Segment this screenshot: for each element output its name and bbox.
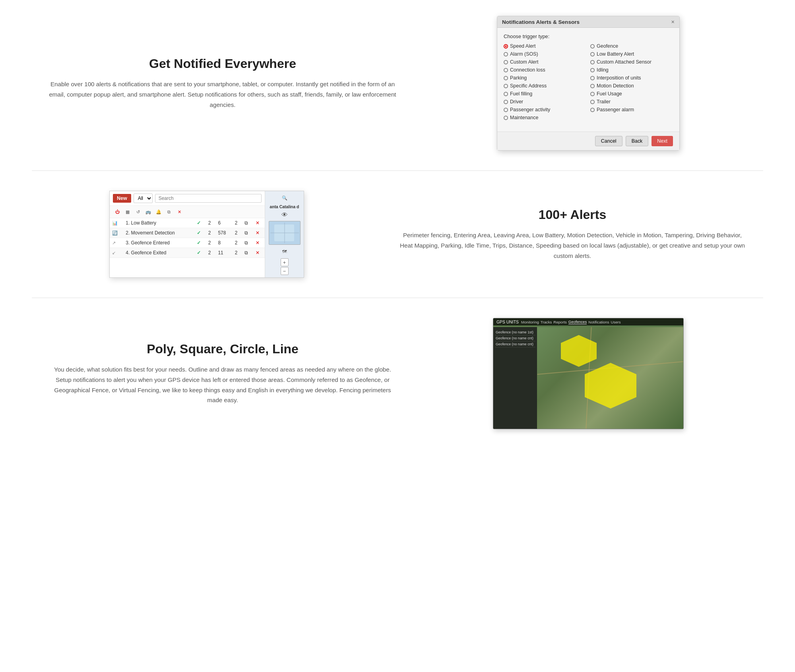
alerts-text: 100+ Alerts Perimeter fencing, Entering … [382,199,763,269]
search-icon[interactable]: 🔍 [280,194,289,202]
geofence-panel: GPS UNITS Monitoring Tracks Reports Geof… [493,318,684,429]
option-label: Specific Address [510,83,547,89]
close-icon[interactable]: ✕ [175,207,184,216]
copy-icon[interactable]: ⧉ [165,207,173,216]
section-alerts: 100+ Alerts Perimeter fencing, Entering … [0,175,795,294]
option-label: Alarm (SOS) [510,51,538,57]
row-delete[interactable]: ✕ [253,248,265,258]
option-label: Interposition of units [597,75,641,81]
list-item[interactable]: Geofence (no name cnt) [495,341,535,347]
radio-custom-alert[interactable] [504,60,508,64]
radio-alarm-sos[interactable] [504,52,508,56]
back-button[interactable]: Back [626,136,649,146]
row-delete[interactable]: ✕ [253,218,265,228]
option-label: Passenger activity [510,107,550,112]
list-item[interactable]: Geofence (no name 1st) [495,329,535,335]
eye-icon[interactable]: 👁 [281,211,288,219]
geo-tab-notifications[interactable]: Notifications [588,320,609,324]
option-low-battery-alert[interactable]: Low Battery Alert [590,51,673,57]
option-alarm-sos[interactable]: Alarm (SOS) [504,51,586,57]
notified-body: Enable over 100 alerts & notifications t… [48,79,398,110]
radio-specific-address[interactable] [504,84,508,88]
table-row: ↙ 4. Geofence Exited ✓ 2 11 2 ⧉ ✕ [110,248,265,258]
close-icon[interactable]: × [671,19,675,25]
dialog-title: Notifications Alerts & Sensors [502,19,580,25]
refresh-icon[interactable]: ↺ [134,207,142,216]
notified-title: Get Notified Everywhere [48,56,398,71]
row-copy[interactable]: ⧉ [242,238,253,248]
cancel-button[interactable]: Cancel [595,136,622,146]
option-trailer[interactable]: Trailer [590,99,673,105]
dialog-footer: Cancel Back Next [497,132,679,150]
icons-toolbar: ⏻ ▦ ↺ 🚌 🔔 ⧉ ✕ [110,206,265,218]
truck-icon[interactable]: 🚌 [144,207,153,216]
geo-tab-monitoring[interactable]: Monitoring [521,320,539,324]
row-copy[interactable]: ⧉ [242,218,253,228]
radio-fuel-usage[interactable] [590,92,595,96]
alerts-toolbar: New All [110,191,265,206]
option-parking[interactable]: Parking [504,75,586,81]
option-label: Connection loss [510,67,545,73]
radio-speed-alert[interactable] [504,44,508,48]
alerts-panel: New All ⏻ ▦ ↺ 🚌 🔔 ⧉ ✕ [109,191,304,278]
list-item[interactable]: Geofence (no name cnt) [495,335,535,341]
bell-icon[interactable]: 🔔 [154,207,163,216]
geo-image: GPS UNITS Monitoring Tracks Reports Geof… [413,318,763,429]
radio-passenger-alarm[interactable] [590,108,595,112]
option-idling[interactable]: Idling [590,67,673,73]
row-delete[interactable]: ✕ [253,228,265,238]
option-custom-sensor[interactable]: Custom Attached Sensor [590,59,673,65]
option-interposition[interactable]: Interposition of units [590,75,673,81]
radio-parking[interactable] [504,76,508,80]
option-fuel-filling[interactable]: Fuel filling [504,91,586,97]
geo-tab-geofences[interactable]: Geofences [568,320,587,324]
option-custom-alert[interactable]: Custom Alert [504,59,586,65]
table-row: ↗ 3. Geofence Entered ✓ 2 8 2 ⧉ ✕ [110,238,265,248]
section-notified: Get Notified Everywhere Enable over 100 … [0,0,795,167]
all-select[interactable]: All [134,194,153,203]
option-passenger-activity[interactable]: Passenger activity [504,107,586,112]
table-row: 📊 1. Low Battery ✓ 2 6 2 ⧉ ✕ [110,218,265,228]
option-maintenance[interactable]: Maintenance [504,115,586,120]
row-count1: 2 [206,218,216,228]
radio-interposition[interactable] [590,76,595,80]
geo-tab-tracks[interactable]: Tracks [541,320,552,324]
option-connection-loss[interactable]: Connection loss [504,67,586,73]
geo-tab-users[interactable]: Users [611,320,621,324]
option-passenger-alarm[interactable]: Passenger alarm [590,107,673,112]
option-driver[interactable]: Driver [504,99,586,105]
option-geofence[interactable]: Geofence [590,43,673,49]
geo-tab-reports[interactable]: Reports [553,320,567,324]
option-speed-alert[interactable]: Speed Alert [504,43,586,49]
radio-motion-detection[interactable] [590,84,595,88]
radio-idling[interactable] [590,68,595,72]
layers-icon[interactable]: 🗺 [280,247,289,256]
section-divider-1 [32,170,763,171]
radio-low-battery[interactable] [590,52,595,56]
zoom-out-button[interactable]: − [281,267,289,275]
radio-fuel-filling[interactable] [504,92,508,96]
notification-dialog: Notifications Alerts & Sensors × Choose … [497,16,680,151]
notified-text: Get Notified Everywhere Enable over 100 … [32,48,413,118]
radio-connection-loss[interactable] [504,68,508,72]
row-delete[interactable]: ✕ [253,238,265,248]
zoom-in-button[interactable]: + [281,258,289,266]
power-icon[interactable]: ⏻ [113,207,122,216]
radio-driver[interactable] [504,100,508,104]
option-label: Trailer [597,99,611,105]
dialog-titlebar: Notifications Alerts & Sensors × [497,16,679,28]
option-fuel-usage[interactable]: Fuel Usage [590,91,673,97]
radio-passenger-activity[interactable] [504,108,508,112]
radio-geofence[interactable] [590,44,595,48]
radio-custom-sensor[interactable] [590,60,595,64]
next-button[interactable]: Next [652,136,673,146]
row-copy[interactable]: ⧉ [242,228,253,238]
new-button[interactable]: New [113,194,131,203]
row-copy[interactable]: ⧉ [242,248,253,258]
option-specific-address[interactable]: Specific Address [504,83,586,89]
radio-trailer[interactable] [590,100,595,104]
option-motion-detection[interactable]: Motion Detection [590,83,673,89]
calendar-icon[interactable]: ▦ [123,207,132,216]
radio-maintenance[interactable] [504,116,508,120]
search-input[interactable] [155,194,262,203]
